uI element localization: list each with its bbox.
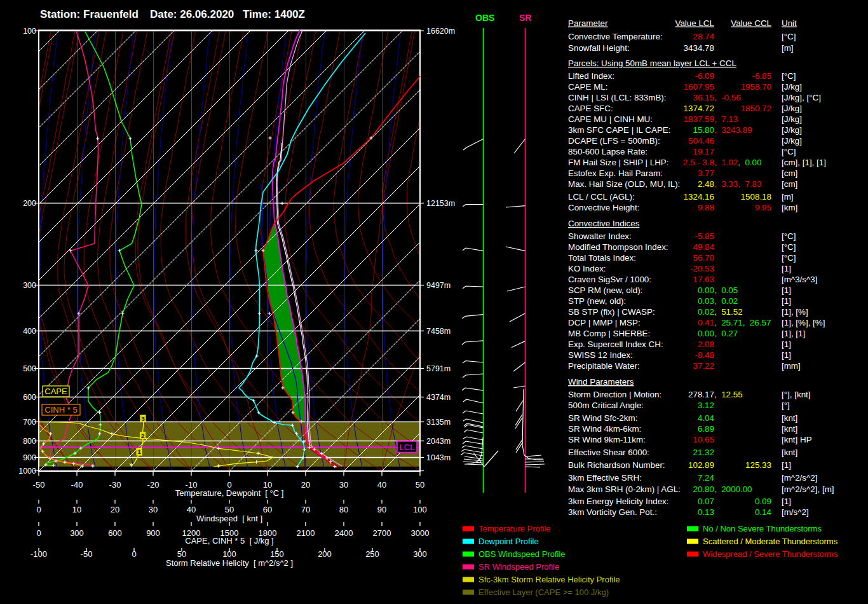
svg-text:[m^2/s^2]: [m^2/s^2] — [782, 473, 817, 483]
svg-text:0: 0 — [36, 505, 41, 514]
svg-text:Value CCL: Value CCL — [731, 18, 771, 28]
svg-text:[J/kg]: [J/kg] — [782, 82, 802, 92]
svg-text:[knt]: [knt] — [782, 424, 797, 434]
svg-text:[m/s^2]: [m/s^2] — [782, 507, 809, 517]
svg-text:12153m: 12153m — [426, 199, 455, 208]
svg-text:[J/kg]: [J/kg] — [782, 125, 802, 135]
svg-text:[1], [%], [%]: [1], [%], [%] — [782, 318, 825, 327]
svg-text:90: 90 — [377, 505, 386, 514]
svg-text:SR Wind Sfc-2km:: SR Wind Sfc-2km: — [568, 413, 637, 423]
svg-text:[J/kg], [°C]: [J/kg], [°C] — [782, 93, 821, 102]
svg-text:Max 3km SRH (0-2km) | AGL:: Max 3km SRH (0-2km) | AGL: — [568, 484, 681, 494]
svg-text:[J/kg]: [J/kg] — [782, 104, 802, 113]
svg-text:[km]: [km] — [782, 203, 797, 212]
svg-text:4374m: 4374m — [426, 393, 451, 402]
svg-text:36.15: 36.15 — [693, 93, 714, 102]
svg-text:[1]: [1] — [782, 340, 791, 349]
svg-text:, 0.27: , 0.27 — [714, 329, 738, 338]
svg-text:, 2000.00: , 2000.00 — [714, 484, 752, 494]
svg-text:[1]: [1] — [782, 264, 791, 273]
svg-text:100: 100 — [413, 505, 427, 514]
svg-text:-40: -40 — [71, 480, 83, 490]
svg-text:[J/kg]: [J/kg] — [782, 136, 802, 146]
svg-text:KO Index:: KO Index: — [568, 264, 606, 273]
svg-text:-6.09: -6.09 — [695, 71, 714, 81]
svg-text:1324.16: 1324.16 — [684, 192, 714, 202]
svg-text:FM Hail Size | SHIP | LHP:: FM Hail Size | SHIP | LHP: — [568, 158, 669, 167]
svg-text:[°C]: [°C] — [782, 32, 796, 41]
svg-text:No / Non Severe Thunderstorms: No / Non Severe Thunderstorms — [703, 524, 822, 533]
svg-text:125.33: 125.33 — [745, 460, 771, 470]
svg-text:900: 900 — [146, 528, 160, 538]
svg-text:Value LCL: Value LCL — [675, 18, 714, 28]
svg-text:100: 100 — [23, 27, 36, 36]
svg-text:Precipitable Water:: Precipitable Water: — [568, 361, 640, 371]
svg-text:7458m: 7458m — [426, 327, 451, 336]
svg-text:1837.59: 1837.59 — [684, 114, 714, 124]
svg-text:504.46: 504.46 — [688, 136, 714, 146]
svg-text:-50: -50 — [81, 549, 93, 559]
svg-text:[m]: [m] — [782, 43, 794, 53]
svg-text:Scattered / Moderate Thunderst: Scattered / Moderate Thunderstorms — [703, 537, 838, 546]
svg-text:[m^2/s^2], [m]: [m^2/s^2], [m] — [782, 484, 834, 494]
svg-text:278.17: 278.17 — [688, 390, 714, 399]
svg-text:SR Wind 9km-11km:: SR Wind 9km-11km: — [568, 435, 646, 444]
svg-text:3km Energy Helicity Index:: 3km Energy Helicity Index: — [568, 497, 669, 506]
svg-text:[cm]: [cm] — [782, 168, 797, 178]
svg-text:[°C]: [°C] — [782, 71, 796, 81]
svg-text:[1], [%]: [1], [%] — [782, 307, 808, 317]
svg-text:, 0.05: , 0.05 — [714, 285, 738, 295]
svg-text:50: 50 — [225, 505, 234, 514]
svg-text:CAPE ML:: CAPE ML: — [568, 82, 608, 92]
svg-text:CAPE SFC:: CAPE SFC: — [568, 104, 613, 113]
svg-text:600: 600 — [23, 393, 36, 402]
svg-text:[1]: [1] — [782, 350, 791, 360]
svg-text:Convective Indices: Convective Indices — [568, 219, 640, 228]
svg-text:, 51.52: , 51.52 — [714, 307, 743, 317]
svg-text:0.02: 0.02 — [698, 307, 714, 317]
svg-text:20: 20 — [111, 505, 119, 514]
svg-text:30: 30 — [339, 480, 348, 490]
svg-text:, 0.02: , 0.02 — [714, 296, 738, 306]
svg-text:Time: 1400Z: Time: 1400Z — [243, 8, 305, 20]
svg-text:[°C]: [°C] — [782, 231, 796, 241]
svg-text:3km SFC CAPE | IL CAPE:: 3km SFC CAPE | IL CAPE: — [568, 125, 670, 135]
svg-text:-20.53: -20.53 — [690, 264, 714, 273]
svg-text:Craven SigSvr / 1000:: Craven SigSvr / 1000: — [568, 275, 651, 284]
svg-text:2.48: 2.48 — [698, 179, 714, 189]
svg-text:, 3.33, 7.83: , 3.33, 7.83 — [714, 179, 761, 189]
svg-text:Convective Temperature:: Convective Temperature: — [568, 32, 663, 41]
svg-text:900: 900 — [23, 453, 36, 462]
svg-text:, 1.02, 0.00: , 1.02, 0.00 — [714, 158, 761, 167]
svg-text:2043m: 2043m — [426, 437, 451, 446]
svg-text:CAPE: CAPE — [44, 387, 67, 396]
svg-text:[J/kg]: [J/kg] — [782, 114, 802, 124]
svg-text:9497m: 9497m — [426, 281, 451, 290]
svg-text:30: 30 — [149, 505, 158, 514]
svg-text:Effective Shear 6000:: Effective Shear 6000: — [568, 448, 649, 457]
svg-text:0: 0 — [132, 549, 136, 559]
svg-text:-100: -100 — [31, 549, 47, 559]
svg-text:Total Totals Index:: Total Totals Index: — [568, 253, 636, 263]
svg-text:0.00: 0.00 — [698, 285, 714, 295]
svg-text:9.95: 9.95 — [755, 203, 771, 212]
svg-text:3135m: 3135m — [426, 418, 451, 427]
svg-text:500m Critical Angle:: 500m Critical Angle: — [568, 401, 644, 410]
svg-text:0.03: 0.03 — [698, 296, 714, 306]
svg-text:[cm], [1], [1]: [cm], [1], [1] — [782, 158, 826, 167]
svg-text:DCP | MMP | MSP:: DCP | MMP | MSP: — [568, 318, 641, 327]
svg-text:2.5 - 3.8: 2.5 - 3.8 — [683, 158, 714, 167]
svg-text:OBS: OBS — [475, 13, 494, 23]
svg-text:50: 50 — [416, 480, 424, 490]
svg-text:20: 20 — [301, 480, 310, 490]
svg-text:CAPE MU | CINH MU:: CAPE MU | CINH MU: — [568, 114, 653, 124]
svg-text:[1]: [1] — [782, 460, 791, 470]
svg-text:[knt]: [knt] — [782, 413, 797, 423]
svg-text:1374.72: 1374.72 — [684, 104, 714, 113]
svg-text:Storm Relative Helicity [ m^2: Storm Relative Helicity [ m^2/s^2 ] — [166, 558, 293, 568]
svg-text:Parcels: Using 50mB mean layer: Parcels: Using 50mB mean layer LCL + CCL — [568, 58, 736, 68]
svg-text:20.80: 20.80 — [693, 484, 714, 494]
svg-text:, 25.71, 26.57: , 25.71, 26.57 — [714, 318, 771, 327]
svg-text:2700: 2700 — [373, 528, 391, 538]
svg-text:40: 40 — [377, 480, 386, 490]
